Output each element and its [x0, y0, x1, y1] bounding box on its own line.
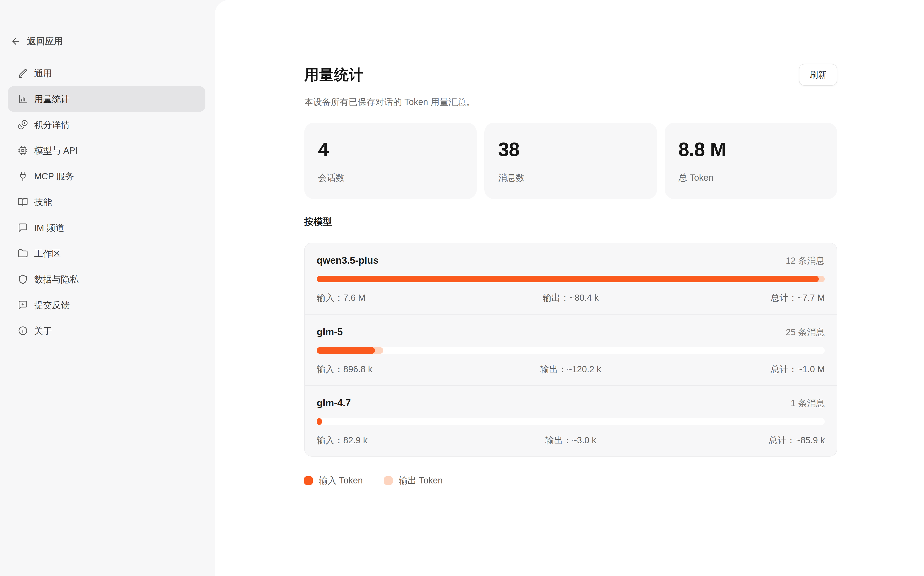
- sidebar-item-label: MCP 服务: [34, 170, 74, 182]
- sidebar-nav: 通用 用量统计 积分详情 模型与 API MCP 服务 技能 IM 频道 工作: [8, 60, 205, 344]
- sidebar-item-models-api[interactable]: 模型与 API: [8, 138, 205, 163]
- chat-bubble-icon: [18, 222, 28, 233]
- model-input-stat: 输入：7.6 M: [317, 292, 486, 304]
- sidebar-item-data-privacy[interactable]: 数据与隐私: [8, 266, 205, 292]
- model-total-stat: 总计：~85.9 k: [655, 434, 825, 446]
- message-count-label: 消息数: [498, 171, 657, 184]
- sidebar-item-label: 数据与隐私: [34, 273, 78, 285]
- model-total-stat: 总计：~1.0 M: [655, 363, 825, 375]
- output-token-swatch: [384, 476, 392, 485]
- cpu-icon: [18, 146, 28, 155]
- model-row-qwen35-plus: qwen3.5-plus 12 条消息 输入：7.6 M 输出：~80.4 k …: [305, 243, 837, 314]
- total-tokens-label: 总 Token: [678, 171, 837, 184]
- legend-label: 输入 Token: [319, 474, 363, 486]
- model-name: glm-4.7: [317, 397, 351, 409]
- by-model-section-title: 按模型: [304, 216, 837, 228]
- sidebar-item-label: 工作区: [34, 248, 61, 260]
- model-input-stat: 输入：82.9 k: [317, 434, 486, 446]
- token-usage-bar: [317, 347, 825, 354]
- sidebar-item-feedback[interactable]: 提交反馈: [8, 292, 205, 318]
- model-output-stat: 输出：~3.0 k: [486, 434, 655, 446]
- token-legend: 输入 Token 输出 Token: [304, 474, 837, 486]
- feedback-plus-icon: [18, 300, 28, 310]
- model-row-glm-47: glm-4.7 1 条消息 输入：82.9 k 输出：~3.0 k 总计：~85…: [305, 385, 837, 456]
- refresh-button[interactable]: 刷新: [799, 64, 837, 86]
- input-token-swatch: [304, 476, 313, 485]
- pencil-icon: [18, 68, 28, 78]
- sidebar-item-label: 通用: [34, 67, 52, 80]
- sidebar-item-general[interactable]: 通用: [8, 60, 205, 86]
- input-token-bar-segment: [317, 347, 375, 354]
- sidebar-item-label: 模型与 API: [34, 144, 78, 157]
- token-usage-bar: [317, 418, 825, 425]
- sidebar-item-label: IM 频道: [34, 222, 64, 234]
- model-usage-list: qwen3.5-plus 12 条消息 输入：7.6 M 输出：~80.4 k …: [304, 243, 837, 457]
- input-token-bar-segment: [317, 418, 322, 425]
- bar-chart-icon: [18, 94, 28, 104]
- total-tokens-value: 8.8 M: [678, 139, 837, 159]
- folder-icon: [18, 248, 28, 259]
- settings-sidebar: 返回应用 通用 用量统计 积分详情 模型与 API MCP 服务 技能 IM: [0, 0, 215, 576]
- token-usage-bar: [317, 276, 825, 282]
- sidebar-item-usage-stats[interactable]: 用量统计: [8, 86, 205, 112]
- model-message-count: 25 条消息: [786, 326, 825, 338]
- model-output-stat: 输出：~80.4 k: [486, 292, 655, 304]
- card-session-count: 4 会话数: [304, 123, 477, 199]
- model-message-count: 1 条消息: [791, 397, 825, 409]
- model-row-glm-5: glm-5 25 条消息 输入：896.8 k 输出：~120.2 k 总计：~…: [305, 314, 837, 385]
- legend-output-token: 输出 Token: [384, 474, 443, 486]
- sidebar-item-label: 积分详情: [34, 119, 70, 131]
- model-input-stat: 输入：896.8 k: [317, 363, 486, 375]
- model-name: glm-5: [317, 326, 343, 338]
- summary-cards: 4 会话数 38 消息数 8.8 M 总 Token: [304, 123, 837, 199]
- model-output-stat: 输出：~120.2 k: [486, 363, 655, 375]
- sidebar-item-im-channels[interactable]: IM 频道: [8, 215, 205, 241]
- sidebar-item-label: 用量统计: [34, 93, 70, 105]
- session-count-label: 会话数: [318, 171, 477, 184]
- sidebar-item-label: 提交反馈: [34, 299, 70, 311]
- sidebar-item-mcp[interactable]: MCP 服务: [8, 163, 205, 189]
- legend-label: 输出 Token: [399, 474, 443, 486]
- arrow-left-icon: [11, 36, 21, 46]
- back-to-app-button[interactable]: 返回应用: [11, 35, 62, 47]
- session-count-value: 4: [318, 139, 477, 159]
- sidebar-item-skills[interactable]: 技能: [8, 189, 205, 215]
- page-subtitle: 本设备所有已保存对话的 Token 用量汇总。: [304, 96, 837, 108]
- sidebar-item-label: 关于: [34, 325, 52, 337]
- card-total-tokens: 8.8 M 总 Token: [665, 123, 837, 199]
- legend-input-token: 输入 Token: [304, 474, 363, 486]
- model-name: qwen3.5-plus: [317, 254, 379, 267]
- sidebar-item-workspace[interactable]: 工作区: [8, 241, 205, 266]
- model-message-count: 12 条消息: [786, 254, 825, 267]
- main-panel: 用量统计 刷新 本设备所有已保存对话的 Token 用量汇总。 4 会话数 38…: [215, 0, 924, 576]
- model-total-stat: 总计：~7.7 M: [655, 292, 825, 304]
- book-icon: [18, 197, 28, 207]
- shield-icon: [18, 274, 28, 284]
- sidebar-item-credits[interactable]: 积分详情: [8, 112, 205, 138]
- sidebar-item-about[interactable]: 关于: [8, 318, 205, 344]
- back-to-app-label: 返回应用: [27, 35, 62, 47]
- info-icon: [18, 326, 28, 336]
- message-count-value: 38: [498, 139, 657, 159]
- sidebar-item-label: 技能: [34, 196, 52, 208]
- card-message-count: 38 消息数: [484, 123, 657, 199]
- input-token-bar-segment: [317, 276, 819, 282]
- plug-icon: [18, 171, 28, 181]
- page-title: 用量统计: [304, 65, 364, 85]
- coins-icon: [18, 120, 28, 130]
